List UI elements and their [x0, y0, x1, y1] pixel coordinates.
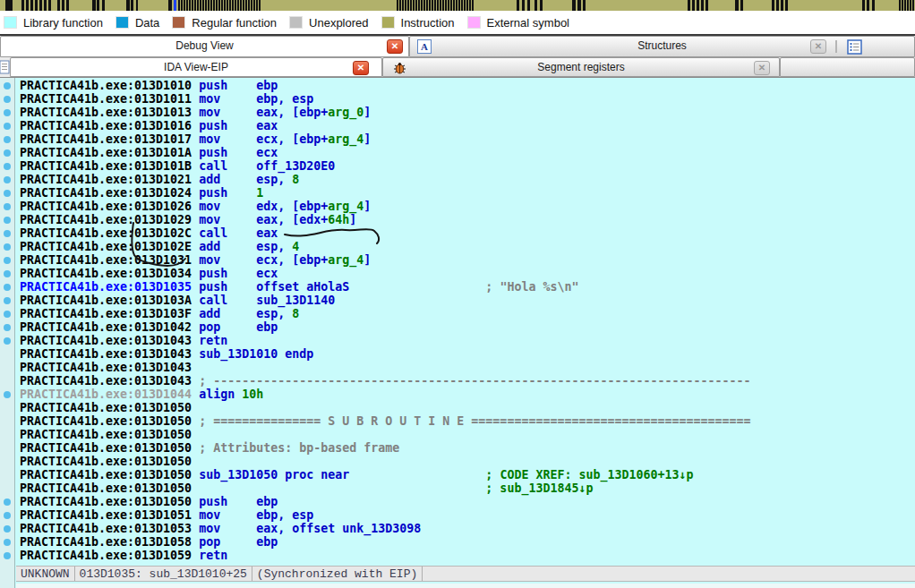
asm-line[interactable]: PRACTICA41b.exe:013D1034 push ecx — [16, 267, 915, 280]
line-dot[interactable] — [4, 82, 11, 89]
line-dot[interactable] — [4, 257, 11, 264]
asm-line[interactable]: PRACTICA41b.exe:013D1016 push eax — [16, 119, 915, 132]
line-dot[interactable] — [4, 525, 11, 533]
asm-line[interactable]: PRACTICA41b.exe:013D1050 ; Attributes: b… — [16, 441, 915, 455]
nav-tick — [405, 0, 406, 11]
nav-tick — [522, 0, 525, 11]
line-dot[interactable] — [4, 270, 11, 277]
line-dot[interactable] — [4, 217, 11, 224]
close-icon[interactable]: ✕ — [754, 61, 770, 75]
nav-tick — [776, 0, 779, 11]
line-dot[interactable] — [4, 552, 11, 559]
nav-tick — [453, 0, 455, 11]
nav-tick — [200, 0, 201, 11]
asm-line[interactable]: PRACTICA41b.exe:013D1050 ; sub_13D1845↓p — [16, 481, 915, 495]
window-list-icon[interactable] — [847, 39, 862, 55]
asm-segment: PRACTICA41b.exe:013D1050 — [20, 401, 192, 414]
nav-tick — [229, 0, 231, 11]
asm-segment: PRACTICA41b.exe:013D1017 — [20, 132, 192, 146]
nav-tick — [197, 0, 199, 11]
line-dot[interactable] — [4, 337, 11, 345]
asm-line[interactable]: PRACTICA41b.exe:013D1042 pop ebp — [16, 320, 915, 334]
close-icon[interactable]: ✕ — [353, 61, 369, 75]
line-dot[interactable] — [4, 512, 11, 519]
line-dot[interactable] — [4, 499, 11, 506]
line-dot[interactable] — [4, 230, 11, 237]
tab-debug-view[interactable]: Debug View ✕ — [0, 36, 409, 57]
line-dot[interactable] — [4, 96, 11, 103]
close-icon[interactable]: ✕ — [387, 39, 403, 54]
asm-line[interactable]: PRACTICA41b.exe:013D1043 — [16, 361, 915, 374]
asm-line[interactable]: PRACTICA41b.exe:013D1050 — [16, 428, 915, 441]
nav-tick — [102, 0, 105, 11]
line-dot[interactable] — [4, 176, 11, 183]
asm-line[interactable]: PRACTICA41b.exe:013D101A push ecx — [16, 146, 915, 159]
tab-structures[interactable]: A Structures ✕ — [409, 36, 915, 57]
asm-line[interactable]: PRACTICA41b.exe:013D1011 mov ebp, esp — [16, 92, 915, 106]
nav-tick — [184, 0, 185, 11]
disassembly-view[interactable]: PRACTICA41b.exe:013D1010 push ebpPRACTIC… — [0, 78, 915, 588]
nav-tick — [253, 0, 255, 11]
asm-line[interactable]: PRACTICA41b.exe:013D1053 mov eax, offset… — [16, 522, 915, 535]
line-dot[interactable] — [4, 109, 11, 116]
asm-line[interactable]: PRACTICA41b.exe:013D1050 — [16, 455, 915, 468]
asm-segment: PRACTICA41b.exe:013D1029 — [20, 213, 192, 226]
asm-line[interactable]: PRACTICA41b.exe:013D1058 pop ebp — [16, 535, 915, 549]
line-dot[interactable] — [4, 123, 11, 130]
nav-tick — [785, 0, 788, 11]
asm-line[interactable]: PRACTICA41b.exe:013D1035 push offset aHo… — [16, 280, 915, 294]
line-dot[interactable] — [4, 203, 11, 210]
tab-ida-view-eip[interactable]: IDA View-EIP ✕ — [10, 57, 382, 77]
navigation-band[interactable] — [0, 0, 915, 11]
line-dot[interactable] — [4, 136, 11, 143]
nav-tick — [688, 0, 690, 11]
line-dot[interactable] — [4, 391, 11, 398]
nav-tick — [472, 0, 474, 11]
line-dot[interactable] — [4, 149, 11, 157]
asm-line[interactable]: PRACTICA41b.exe:013D1043 sub_13D1010 end… — [16, 347, 915, 361]
asm-line[interactable]: PRACTICA41b.exe:013D1050 — [16, 401, 915, 414]
asm-line[interactable]: PRACTICA41b.exe:013D1059 retn — [16, 549, 915, 562]
nav-tick — [227, 0, 228, 11]
asm-line[interactable]: PRACTICA41b.exe:013D1051 mov ebp, esp — [16, 508, 915, 522]
asm-line[interactable]: PRACTICA41b.exe:013D1050 push ebp — [16, 495, 915, 508]
asm-line[interactable]: PRACTICA41b.exe:013D1044 align 10h — [16, 388, 915, 401]
nav-tick — [421, 0, 423, 11]
asm-line[interactable]: PRACTICA41b.exe:013D101B call off_13D20E… — [16, 159, 915, 173]
asm-segment: PRACTICA41b.exe:013D1050 — [20, 441, 192, 455]
asm-line[interactable]: PRACTICA41b.exe:013D103F add esp, 8 — [16, 307, 915, 320]
line-dot[interactable] — [4, 243, 11, 251]
asm-segment: ] — [363, 253, 371, 267]
line-dot[interactable] — [4, 284, 11, 291]
asm-line[interactable]: PRACTICA41b.exe:013D102E add esp, 4 — [16, 240, 915, 253]
line-dot[interactable] — [4, 190, 11, 197]
asm-line[interactable]: PRACTICA41b.exe:013D1010 push ebp — [16, 79, 915, 92]
line-dot[interactable] — [4, 163, 11, 170]
asm-line[interactable]: PRACTICA41b.exe:013D1031 mov ecx, [ebp+a… — [16, 253, 915, 267]
tab-segment-registers[interactable]: Segment registers ✕ — [382, 57, 780, 77]
asm-line[interactable]: PRACTICA41b.exe:013D102C call eax — [16, 226, 915, 240]
status-bar: UNKNOWN 013D1035: sub_13D1010+25 (Synchr… — [16, 566, 915, 582]
asm-line[interactable]: PRACTICA41b.exe:013D1024 push 1 — [16, 186, 915, 200]
asm-line[interactable]: PRACTICA41b.exe:013D103A call sub_13D114… — [16, 294, 915, 307]
asm-segment: PRACTICA41b.exe:013D102C — [20, 226, 192, 240]
nav-tick — [243, 0, 244, 11]
asm-line[interactable]: PRACTICA41b.exe:013D1021 add esp, 8 — [16, 173, 915, 186]
asm-line[interactable]: PRACTICA41b.exe:013D1013 mov eax, [ebp+a… — [16, 106, 915, 119]
asm-line[interactable]: PRACTICA41b.exe:013D1026 mov edx, [ebp+a… — [16, 200, 915, 213]
asm-line[interactable]: PRACTICA41b.exe:013D1043 ; -------------… — [16, 374, 915, 388]
line-dot[interactable] — [4, 311, 11, 318]
asm-line[interactable]: PRACTICA41b.exe:013D1017 mov ecx, [ebp+a… — [16, 132, 915, 146]
asm-line[interactable]: PRACTICA41b.exe:013D1043 retn — [16, 334, 915, 347]
line-dot[interactable] — [4, 324, 11, 331]
line-dot[interactable] — [4, 297, 11, 304]
nav-tick — [772, 0, 774, 11]
nav-tick — [210, 0, 212, 11]
line-dot[interactable] — [4, 539, 11, 546]
nav-tick — [432, 0, 433, 11]
asm-line[interactable]: PRACTICA41b.exe:013D1050 sub_13D1050 pro… — [16, 468, 915, 481]
dock-separator — [835, 40, 837, 53]
close-icon[interactable]: ✕ — [810, 39, 826, 54]
asm-line[interactable]: PRACTICA41b.exe:013D1029 mov eax, [edx+6… — [16, 213, 915, 226]
asm-line[interactable]: PRACTICA41b.exe:013D1050 ; =============… — [16, 414, 915, 428]
